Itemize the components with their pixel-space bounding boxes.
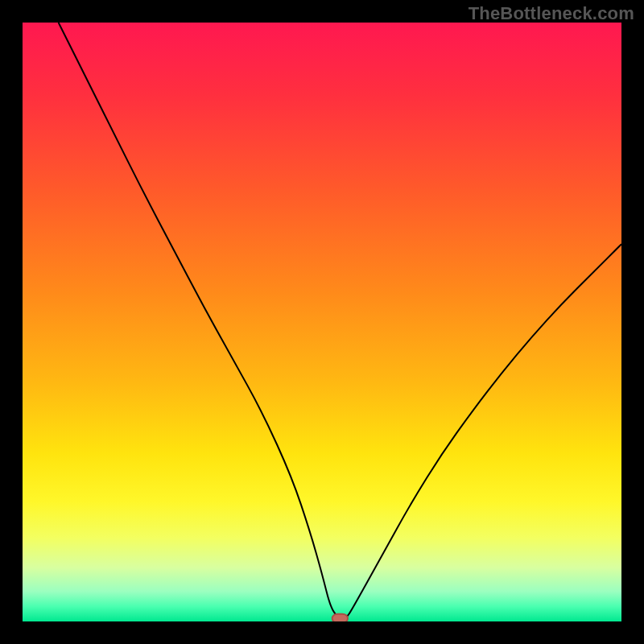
watermark-text: TheBottleneck.com — [469, 3, 634, 24]
plot-background — [23, 23, 621, 621]
chart-frame: TheBottleneck.com — [0, 0, 644, 644]
bottleneck-chart — [23, 23, 621, 621]
optimal-point-marker — [332, 614, 348, 621]
